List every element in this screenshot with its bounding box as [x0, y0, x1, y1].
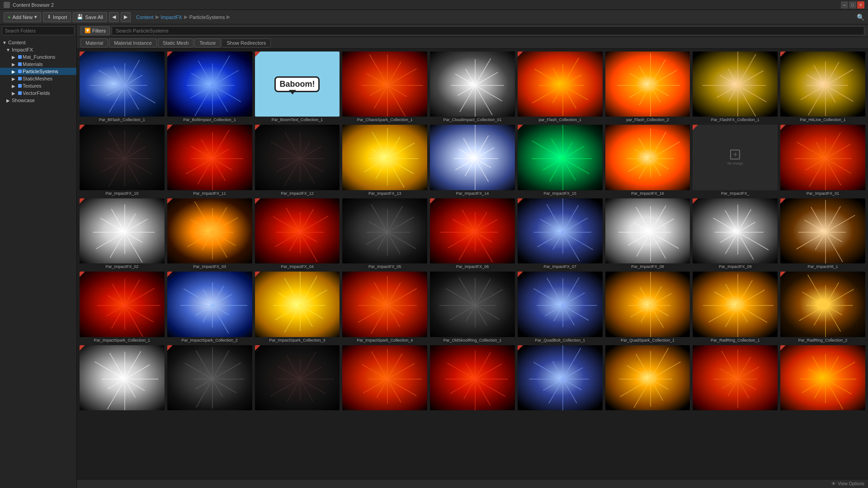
list-item[interactable]: Par_ImpactFX_03 — [166, 197, 253, 270]
list-item[interactable]: Par_ImpactFX_02 — [79, 197, 165, 270]
asset-name-label: Par_ImpactFX_07 — [518, 264, 603, 269]
list-item[interactable]: Par_ImpactFX_11 — [166, 124, 253, 196]
list-item[interactable]: Baboom!Par_BoomText_Collection_1 — [254, 51, 341, 123]
list-item[interactable]: Par_QuadBolt_Collection_1 — [517, 271, 604, 343]
svg-line-37 — [475, 85, 502, 101]
list-item[interactable]: Par_ImpactSpark_Collection_4 — [341, 271, 428, 343]
asset-corner-indicator — [255, 52, 260, 57]
show-redirectors-button[interactable]: Show Redirectors — [222, 38, 271, 47]
tab-texture[interactable]: Texture — [194, 38, 221, 47]
list-item[interactable]: Par_ImpactFX_08 — [604, 197, 691, 270]
list-item[interactable] — [604, 344, 691, 412]
asset-thumbnail — [430, 125, 515, 190]
svg-line-98 — [125, 159, 140, 185]
list-item[interactable]: Par_ImpactFX_12 — [254, 124, 341, 196]
list-item[interactable]: Par_ImpactFX_06 — [429, 197, 516, 270]
list-item[interactable]: Par_ImpactSpark_Collection_3 — [254, 271, 341, 343]
maximize-button[interactable]: □ — [849, 1, 856, 9]
asset-name-label: Par_ImpactFX_02 — [80, 264, 165, 269]
folder-color-dot — [18, 84, 22, 88]
list-item[interactable]: Par_ChaosSpark_Collection_1 — [341, 51, 428, 123]
sidebar-item-particlesystems[interactable]: ▶ ParticleSystems — [0, 68, 76, 75]
svg-line-143 — [387, 143, 415, 159]
asset-name-label: Par_RadRing_Collection_2 — [780, 338, 865, 343]
sidebar-item-mat-functions[interactable]: ▶ Mat_Functions — [0, 53, 76, 61]
breadcrumb-impactfx[interactable]: ImpactFX — [161, 14, 182, 20]
list-item[interactable]: Par_ImpactHit_1 — [779, 197, 866, 270]
svg-line-212 — [194, 201, 212, 232]
sidebar-item-materials[interactable]: ▶ Materials — [0, 61, 76, 68]
add-new-button[interactable]: Add New ▾ — [4, 12, 41, 22]
tab-material-instance[interactable]: Material Instance — [109, 38, 157, 47]
save-all-button[interactable]: 💾 Save All — [73, 12, 107, 22]
list-item[interactable]: Par_ImpactFX_10 — [79, 124, 165, 196]
filter-search-input[interactable] — [112, 26, 864, 35]
view-options-label[interactable]: View Options — [838, 481, 864, 486]
import-button[interactable]: Import — [43, 12, 71, 22]
list-item[interactable] — [517, 344, 604, 412]
svg-line-419 — [125, 365, 150, 379]
nav-forward-button[interactable]: ▶ — [121, 12, 131, 22]
list-item[interactable]: Par_ImpactFX_16 — [604, 124, 691, 196]
list-item[interactable] — [341, 344, 428, 412]
tab-material[interactable]: Material — [80, 38, 108, 47]
svg-line-53 — [532, 85, 563, 103]
asset-thumbnail — [167, 198, 252, 263]
list-item[interactable]: Par_ImpactFX_04 — [254, 197, 341, 270]
asset-thumbnail — [80, 272, 165, 337]
sidebar-search-input[interactable] — [2, 26, 75, 35]
sidebar-item-showcase[interactable]: ▶ Showcase — [0, 97, 76, 104]
asset-name-label: Par_ImpactFX_09 — [693, 264, 778, 269]
svg-line-385 — [738, 305, 767, 323]
list-item[interactable] — [779, 344, 866, 412]
list-item[interactable] — [79, 344, 165, 412]
asset-thumbnail — [430, 198, 515, 263]
sidebar-item-vectorfields[interactable]: ▶ VectorFields — [0, 89, 76, 97]
close-button[interactable]: ✕ — [857, 1, 864, 9]
list-item[interactable]: Par_BFlash_Collection_1 — [79, 51, 165, 123]
list-item[interactable]: par_Flash_Collection_2 — [604, 51, 691, 123]
list-item[interactable]: Par_RadRing_Collection_1 — [692, 271, 778, 343]
list-item[interactable]: Par_ImpactSpark_Collection_2 — [166, 271, 253, 343]
list-item[interactable]: Par_ImpactFX_15 — [517, 124, 604, 196]
search-button[interactable]: 🔍 — [857, 14, 864, 21]
list-item[interactable]: Par_HitLine_Collection_1 — [779, 51, 866, 123]
list-item[interactable] — [429, 344, 516, 412]
filters-button[interactable]: 🔽 Filters — [80, 26, 110, 35]
list-item[interactable]: Par_CloudImpact_Collection_01 — [429, 51, 516, 123]
sidebar-item-content[interactable]: ▼ Content — [0, 39, 76, 46]
list-item[interactable]: par_Flash_Collection_1 — [517, 51, 604, 123]
asset-thumbnail: + No Image — [693, 125, 778, 190]
list-item[interactable]: Par_RadRing_Collection_2 — [779, 271, 866, 343]
svg-line-26 — [387, 85, 406, 117]
sidebar-item-textures[interactable]: ▶ Textures — [0, 82, 76, 89]
list-item[interactable]: Par_BoltImpact_Collection_1 — [166, 51, 253, 123]
list-item[interactable]: + No Image Par_ImpactFX_ — [692, 124, 778, 196]
tab-static-mesh[interactable]: Static Mesh — [158, 38, 193, 47]
asset-thumbnail — [780, 198, 865, 263]
list-item[interactable]: Par_ImpactFX_14 — [429, 124, 516, 196]
list-item[interactable]: Par_QuadSpark_Collection_1 — [604, 271, 691, 343]
list-item[interactable]: Par_ImpactFX_09 — [692, 197, 778, 270]
list-item[interactable]: Par_OldSkoolRing_Collection_1 — [429, 271, 516, 343]
sidebar-item-impactfx[interactable]: ▼ ImpactFX — [0, 46, 76, 53]
list-item[interactable]: Par_ImpactFX_05 — [341, 197, 428, 270]
minimize-button[interactable]: ─ — [841, 1, 848, 9]
asset-name-label: Par_BoomText_Collection_1 — [255, 117, 340, 122]
sidebar-tree: ▼ Content ▼ ImpactFX ▶ Mat_Functions ▶ M… — [0, 37, 76, 488]
list-item[interactable]: Par_ImpactSpark_Collection_1 — [79, 271, 165, 343]
breadcrumb-content[interactable]: Content — [136, 14, 154, 20]
svg-line-505 — [826, 379, 852, 394]
svg-line-206 — [212, 232, 227, 258]
list-item[interactable] — [692, 344, 778, 412]
sidebar-item-staticmeshes[interactable]: ▶ StaticMeshes — [0, 75, 76, 82]
asset-thumbnail — [342, 125, 427, 190]
list-item[interactable]: Par_ImpactFX_07 — [517, 197, 604, 270]
list-item[interactable]: Par_ImpactFX_01 — [779, 124, 866, 196]
list-item[interactable] — [166, 344, 253, 412]
list-item[interactable]: Par_FlashFX_Collection_1 — [692, 51, 778, 123]
list-item[interactable]: Par_ImpactFX_13 — [341, 124, 428, 196]
nav-back-button[interactable]: ◀ — [109, 12, 119, 22]
svg-line-97 — [125, 159, 152, 174]
list-item[interactable] — [254, 344, 341, 412]
